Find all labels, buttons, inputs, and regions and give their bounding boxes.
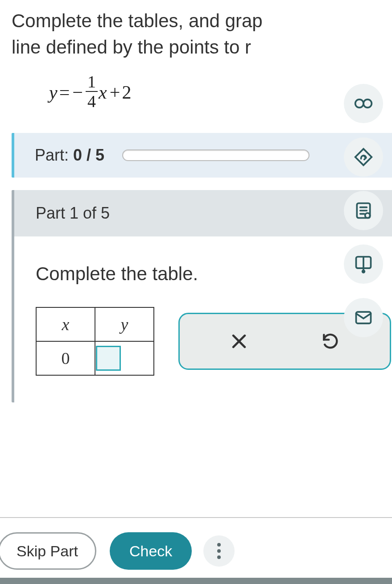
- part-header: Part 1 of 5: [14, 190, 392, 236]
- table-cell-x: 0: [36, 341, 95, 375]
- xy-table: x y 0: [36, 307, 154, 376]
- svg-point-17: [217, 555, 221, 559]
- answer-input[interactable]: [96, 346, 121, 371]
- equation: y = − 1 4 x + 2: [0, 61, 392, 133]
- svg-point-3: [363, 99, 371, 108]
- equation-x: x: [98, 82, 107, 103]
- svg-point-15: [217, 543, 221, 547]
- part-container: Part 1 of 5 Complete the table. x y 0: [12, 190, 392, 402]
- progress-bar: [122, 149, 309, 161]
- question-text: Complete the tables, and grap line defin…: [0, 0, 392, 61]
- svg-point-9: [365, 213, 370, 218]
- skip-part-button[interactable]: Skip Part: [0, 532, 96, 570]
- bottom-bar: Skip Part Check: [0, 517, 392, 584]
- clear-button[interactable]: [227, 329, 252, 354]
- equation-fraction: 1 4: [86, 73, 98, 110]
- part-progress-label: Part: 0 / 5: [35, 146, 104, 165]
- svg-marker-4: [355, 149, 372, 166]
- svg-point-2: [355, 99, 363, 108]
- more-options-button[interactable]: [203, 535, 235, 567]
- part-instruction: Complete the table.: [36, 263, 392, 285]
- svg-point-13: [363, 270, 365, 273]
- notes-button[interactable]: [344, 191, 383, 230]
- table-cell-y[interactable]: [95, 341, 154, 375]
- hint-button[interactable]: [344, 137, 383, 177]
- question-line-2: line defined by the points to r: [12, 34, 392, 61]
- equation-negative: −: [71, 82, 86, 103]
- check-label: Check: [129, 543, 172, 560]
- bottom-strip: [0, 578, 392, 584]
- equation-constant: 2: [122, 82, 131, 103]
- equation-equals: =: [58, 82, 72, 103]
- undo-button[interactable]: [318, 329, 343, 354]
- equation-y: y: [49, 82, 58, 103]
- check-button[interactable]: Check: [110, 532, 192, 570]
- part-progress-panel: Part: 0 / 5: [12, 133, 392, 178]
- question-line-1: Complete the tables, and grap: [12, 8, 392, 34]
- message-button[interactable]: [344, 298, 383, 337]
- side-button-column: [344, 84, 383, 337]
- fraction-denominator: 4: [86, 91, 98, 110]
- table-row: 0: [36, 341, 154, 375]
- fraction-numerator: 1: [86, 73, 98, 91]
- table-header-y: y: [95, 307, 154, 341]
- accessibility-button[interactable]: [344, 84, 383, 123]
- table-header-x: x: [36, 307, 95, 341]
- ebook-button[interactable]: [344, 244, 383, 284]
- svg-point-16: [217, 549, 221, 553]
- part-progress-prefix: Part:: [35, 146, 73, 164]
- part-progress-value: 0 / 5: [73, 146, 104, 164]
- skip-part-label: Skip Part: [17, 543, 78, 560]
- equation-plus: +: [107, 82, 122, 103]
